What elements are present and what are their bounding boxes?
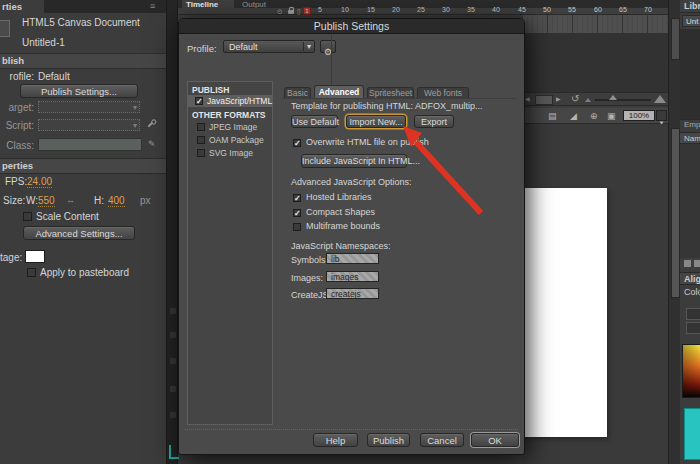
vertical-scrollbar[interactable] [668,0,680,464]
export-button[interactable]: Export [414,115,454,128]
class-input[interactable] [38,138,142,151]
tool-icon[interactable] [170,386,176,392]
hosted-libraries-checkbox[interactable]: ✓ [293,194,301,202]
scale-content-checkbox[interactable] [23,212,32,221]
tool-icon[interactable] [170,332,176,338]
images-input[interactable]: images [326,271,379,282]
width-value[interactable]: 550 [38,195,55,207]
publish-settings-button[interactable]: Publish Settings... [20,84,138,98]
apply-pasteboard-checkbox[interactable] [27,268,36,277]
fps-value[interactable]: 24.00 [27,176,52,188]
tab-library-label[interactable]: Libra [684,1,700,11]
color-tool-button[interactable] [686,308,700,320]
overwrite-checkbox[interactable]: ✓ [293,139,301,147]
include-js-button[interactable]: Include JavaScript In HTML... [301,154,407,168]
help-button[interactable]: Help [313,433,358,447]
multiframe-checkbox[interactable] [293,223,301,231]
tab-properties[interactable]: rties [0,0,44,13]
scrollbar-thumb[interactable] [671,128,680,298]
frame-number[interactable]: 25 [414,6,428,13]
color-panel-tab[interactable]: Colo [680,286,700,299]
height-value[interactable]: 400 [108,195,125,207]
library-name-header[interactable]: Nam [680,132,700,144]
clip-frame-icon[interactable]: ▣ [607,111,616,121]
outline-icon[interactable]: ▯ [297,7,301,16]
cancel-button[interactable]: Cancel [420,433,464,447]
new-folder-icon[interactable] [694,260,700,267]
timeline-zoom-thumb[interactable] [609,95,617,100]
jpeg-checkbox[interactable] [197,123,205,131]
link-dimensions-icon[interactable]: ↔ [66,196,75,205]
library-doc-selector[interactable]: Unt [682,15,700,27]
frame-number[interactable]: 55 [565,6,579,13]
tab-advanced[interactable]: Advanced [314,85,364,98]
eye-icon[interactable]: ⊙ [277,7,283,16]
zoom-in-icon[interactable] [654,95,666,103]
zoom-out-icon[interactable] [585,98,591,102]
format-row-oam[interactable]: OAM Package [188,135,272,146]
scrollbar-thumb[interactable] [671,18,680,60]
format-row-javascript-html[interactable]: ✓ JavaScript/HTML [188,95,272,107]
symbols-input[interactable]: lib [326,253,379,264]
frame-number[interactable]: 45 [515,6,529,13]
hscroll-right-icon[interactable]: ▶ [556,95,561,102]
frame-number[interactable]: 30 [439,6,453,13]
stage-zoom-dropdown[interactable]: ▾ [656,110,667,121]
advanced-settings-button[interactable]: Advanced Settings... [23,226,135,240]
timeline-zoom-slider[interactable] [595,99,651,101]
frame-number[interactable]: 20 [389,6,403,13]
tab-output-label[interactable]: Output [242,0,266,8]
color-swatch-cyan[interactable] [684,408,700,460]
format-row-jpeg[interactable]: JPEG Image [188,122,272,133]
publish-section-header[interactable]: blish [0,53,166,69]
tab-webfonts[interactable]: Web fonts [417,87,469,98]
lock-icon[interactable] [288,10,294,14]
color-gradient-picker[interactable] [682,344,700,398]
compact-shapes-checkbox[interactable]: ✓ [293,209,301,217]
publish-button[interactable]: Publish [367,433,410,447]
color-tool-button[interactable] [686,322,700,334]
center-frame-icon[interactable]: ⊕ [590,111,598,121]
new-symbol-icon[interactable] [684,260,691,267]
use-default-button[interactable]: Use Default [291,115,338,128]
createjs-input[interactable]: createjs [326,288,379,299]
doc-name-label[interactable]: Untitled-1 [22,37,65,48]
frame-number[interactable]: 35 [464,6,478,13]
properties-section-header[interactable]: perties [0,158,166,174]
tool-icon[interactable] [170,358,176,364]
wrench-icon[interactable] [147,120,154,127]
library-list[interactable] [680,144,700,258]
tab-spritesheet[interactable]: Spritesheet [367,87,414,98]
panel-menu-icon[interactable]: ≡ [150,2,155,11]
edit-symbol-icon[interactable]: ◢ [570,111,577,121]
frame-number[interactable]: 70 [641,6,655,13]
tool-icon[interactable] [170,308,176,314]
stage-zoom-value[interactable]: 100% [623,110,655,121]
frame-number[interactable]: 65 [616,6,630,13]
align-panel-tab[interactable]: Alig [680,272,700,285]
frame-number[interactable]: 5 [313,6,327,13]
frame-number[interactable]: 60 [591,6,605,13]
svg-checkbox[interactable] [197,149,205,157]
hscroll-thumb[interactable] [535,95,553,105]
stage-color-swatch[interactable] [25,250,45,263]
undo-icon[interactable]: ↺ [571,93,579,104]
tab-timeline[interactable]: Timeline [182,0,234,8]
hscroll-left-icon[interactable]: ◀ [525,95,530,102]
tool-icon[interactable] [170,412,176,418]
pencil-icon[interactable]: ✎ [148,140,156,149]
profile-options-button[interactable]: ⚙ [320,40,336,53]
timeline-frames-grid[interactable] [523,15,668,33]
import-new-button[interactable]: Import New... [346,115,406,128]
oam-checkbox[interactable] [197,136,205,144]
current-frame-marker[interactable]: 1 [303,7,311,15]
frame-number[interactable]: 40 [489,6,503,13]
frame-number[interactable]: 15 [364,6,378,13]
tab-basic[interactable]: Basic [284,87,311,98]
format-row-svg[interactable]: SVG Image [188,148,272,159]
ok-button[interactable]: OK [471,433,519,447]
frame-number[interactable]: 10 [338,6,352,13]
profile-dropdown[interactable]: Default ▾ [223,40,315,53]
javascript-html-checkbox[interactable]: ✓ [195,97,203,105]
dialog-titlebar[interactable]: Publish Settings [179,19,524,34]
